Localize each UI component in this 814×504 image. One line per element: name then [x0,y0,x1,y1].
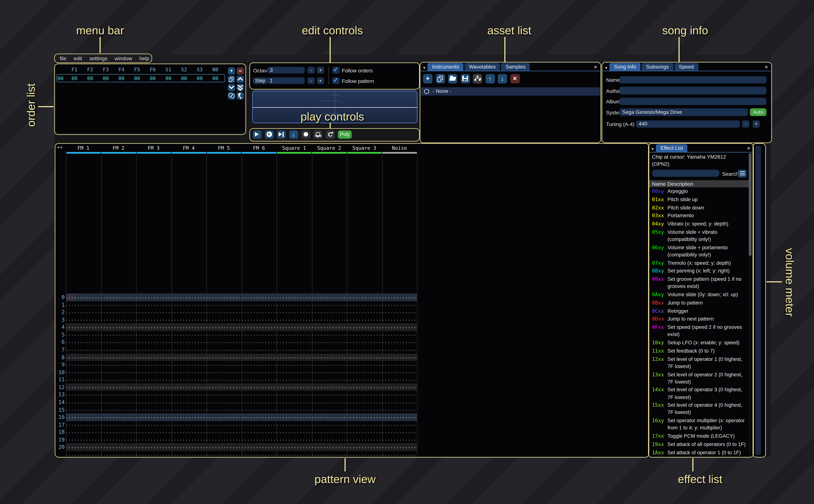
order-cell[interactable]: 00 [129,76,145,81]
stop-button[interactable] [301,130,310,139]
pattern-row[interactable] [66,406,417,414]
order-cell[interactable]: 00 [98,76,114,81]
pattern-row[interactable] [66,331,417,339]
menu-item-help[interactable]: help [139,55,149,61]
play-one-row-button[interactable] [277,130,286,139]
pattern-row[interactable] [66,301,417,309]
pattern-row[interactable] [66,413,417,421]
menu-item-window[interactable]: window [115,55,132,61]
effect-row[interactable]: 08xySet panning (x: left; y: right) [652,268,748,275]
effect-row[interactable]: 05xyVolume slide + vibrato (compatibilit… [652,229,748,243]
delete-asset-button[interactable]: × [510,74,520,83]
pattern-row[interactable] [66,346,417,353]
pattern-row[interactable] [66,368,417,376]
tab-samples[interactable]: Samples [501,63,530,71]
close-icon[interactable]: × [594,64,597,70]
play-pattern-button[interactable] [265,130,273,139]
channel-header-fm-1[interactable]: FM 1 [66,145,101,151]
tab-effect-list[interactable]: Effect List [656,144,687,152]
tuning-input[interactable]: 440 [636,120,740,128]
menu-item-settings[interactable]: settings [89,55,107,61]
pattern-row[interactable] [66,323,417,331]
channel-header-square-1[interactable]: Square 1 [276,145,312,151]
follow-pattern-checkbox[interactable]: ✓ [332,77,339,84]
system-input[interactable]: Sega Genesis/Mega Drive [619,108,748,116]
pattern-row[interactable] [66,376,417,384]
pattern-row[interactable] [66,361,417,368]
pattern-row[interactable] [66,383,417,391]
move-order-down-button[interactable] [228,84,235,91]
effect-row[interactable]: 0FxxSet speed (speed 2 if no grooves exi… [652,324,748,339]
toggle-folders-button[interactable] [473,74,482,83]
effect-row[interactable]: 07xyTremolo (x: speed; y: depth) [652,260,748,267]
author-input[interactable] [619,87,766,94]
menu-item-edit[interactable]: edit [74,55,82,61]
album-input[interactable] [619,98,766,105]
effect-row[interactable]: 14xxSet level of operator 3 (0 highest, … [652,386,748,401]
duplicate-order-end-button[interactable] [237,84,244,91]
channel-header-fm-4[interactable]: FM 4 [171,145,206,151]
poly-button[interactable]: Poly [338,130,352,139]
order-cell[interactable]: 00 [114,76,129,81]
effect-row[interactable]: 17xxToggle PCM mode (LEGACY) [652,433,748,440]
pattern-corner-button[interactable]: ++ [57,144,63,150]
collapse-icon[interactable]: ▼ [423,66,426,69]
collapse-icon[interactable]: ▼ [651,147,654,151]
step-input[interactable]: 1 [267,77,305,84]
scrollbar-thumb[interactable] [749,153,752,256]
metronome-button[interactable] [313,130,322,139]
order-cell[interactable]: 00 [67,76,82,81]
pattern-row[interactable] [66,451,417,456]
channel-header-square-2[interactable]: Square 2 [312,145,347,151]
effect-row[interactable]: 0BxxJump to pattern [652,300,748,307]
effect-row[interactable]: 10xySetup LFO (x: enable; y: speed) [652,339,748,347]
channel-header-noise[interactable]: Noise [382,145,417,151]
move-asset-up-button[interactable]: ↑ [485,74,495,83]
pattern-row[interactable] [66,398,417,406]
order-cell[interactable]: 00 [82,76,98,81]
channel-header-square-3[interactable]: Square 3 [347,145,382,151]
effect-row[interactable]: 1AxxSet attack of operator 1 (0 to 1F) [652,449,748,456]
pattern-row[interactable] [66,293,417,301]
pattern-row[interactable] [66,391,417,398]
tab-speed[interactable]: Speed [675,63,698,71]
play-button[interactable] [252,130,261,139]
pattern-row[interactable] [66,421,417,428]
step-button[interactable]: Step [253,77,268,84]
duplicate-order-button[interactable] [228,76,235,83]
effect-row[interactable]: 00xyArpeggio [652,188,748,195]
effect-row[interactable]: 04xyVibrato (x: speed; y: depth) [652,221,748,228]
pattern-row[interactable] [66,308,417,316]
effect-row[interactable]: 06xyVolume slide + portamento (compatibi… [652,244,748,259]
channel-header-fm-5[interactable]: FM 5 [206,145,241,151]
pattern-row[interactable] [66,316,417,323]
order-cell[interactable]: 00 [207,76,223,81]
effect-search-input[interactable] [652,170,719,177]
channel-header-fm-6[interactable]: FM 6 [241,145,277,151]
change-all-orders-button[interactable] [228,92,235,99]
octave-plus-button[interactable]: + [317,67,324,74]
open-asset-button[interactable] [448,74,457,83]
collapse-icon[interactable]: ▼ [605,66,608,69]
effect-row[interactable]: 0CxxRetrigger [652,308,748,315]
close-icon[interactable]: × [765,64,768,70]
step-minus-button[interactable]: - [307,77,315,84]
pattern-row[interactable] [66,443,417,451]
effect-row[interactable]: 02xxPitch slide down [652,204,748,211]
effect-row[interactable]: 11xxSet feedback (0 to 7) [652,348,748,355]
search-options-button[interactable] [738,169,747,177]
effect-row[interactable]: 01xxPitch slide up [652,196,748,203]
repeat-pattern-button[interactable]: C [326,130,334,139]
tab-song-info[interactable]: Song Info [610,63,640,71]
tuning-minus-button[interactable]: - [742,120,749,128]
effect-row[interactable]: 19xxSet attack of all operators (0 to 1F… [652,441,748,448]
effect-row[interactable]: 15xxSet level of operator 4 (0 highest, … [652,402,748,417]
pattern-row[interactable] [66,338,417,346]
close-icon[interactable]: × [747,145,750,151]
order-cell[interactable]: 00 [161,76,176,81]
name-input[interactable] [619,76,766,84]
pattern-row[interactable] [66,353,417,361]
auto-system-button[interactable]: Auto [750,108,766,116]
tab-instruments[interactable]: Instruments [428,63,464,71]
effect-row[interactable]: 03xxPortamento [652,212,748,220]
